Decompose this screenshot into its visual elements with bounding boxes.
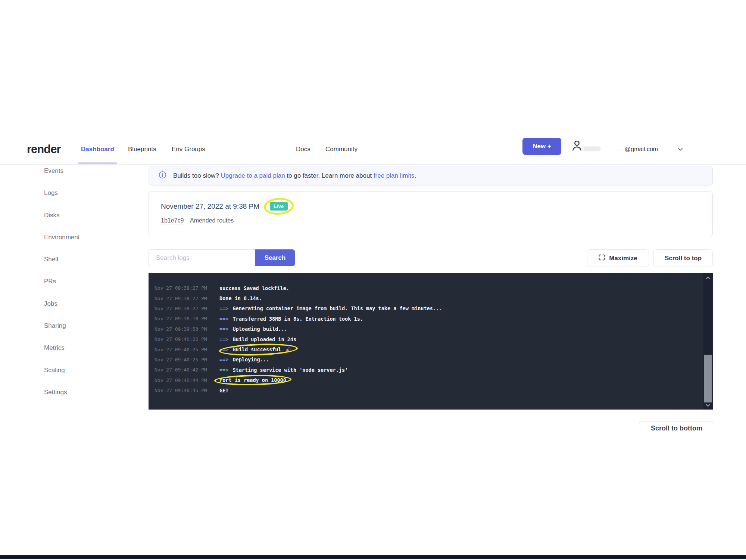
log-message: Uploading build... bbox=[232, 326, 287, 332]
scrollbar-down-icon[interactable] bbox=[703, 402, 713, 408]
scrollbar-thumb[interactable] bbox=[704, 355, 712, 402]
log-row: Nov 27 09:40:25 PM==>Build successful bbox=[154, 344, 698, 354]
terminal-scrollbar[interactable] bbox=[703, 273, 713, 410]
maximize-button[interactable]: Maximize bbox=[587, 249, 649, 267]
log-content: ==>Generating container image from build… bbox=[219, 305, 442, 311]
sidebar-item-metrics[interactable]: Metrics bbox=[44, 344, 79, 366]
upgrade-plan-link[interactable]: Upgrade to a paid plan bbox=[221, 172, 285, 179]
free-plan-limits-link[interactable]: free plan limits bbox=[374, 172, 415, 179]
log-row: Nov 27 09:38:27 PM==>Generating containe… bbox=[154, 304, 698, 314]
log-timestamp: Nov 27 09:38:27 PM bbox=[154, 285, 210, 291]
sidebar-item-jobs[interactable]: Jobs bbox=[44, 300, 79, 322]
log-message: Deploying... bbox=[232, 357, 269, 363]
info-icon bbox=[159, 171, 166, 180]
service-sidebar: EventsLogsDisksEnvironmentShellPRsJobsSh… bbox=[44, 167, 79, 411]
free-plan-banner: Builds too slow? Upgrade to a paid plan … bbox=[149, 166, 713, 186]
new-button[interactable]: New + bbox=[522, 138, 561, 155]
log-row: Nov 27 09:40:42 PM==>Starting service wi… bbox=[154, 365, 698, 375]
nav-item-dashboard[interactable]: Dashboard bbox=[81, 134, 114, 164]
deploy-header-row: November 27, 2022 at 9:38 PM Live bbox=[161, 202, 288, 211]
commit-hash-link[interactable]: 1b1e7c9 bbox=[161, 217, 184, 224]
log-row: Nov 27 09:40:25 PM==>Build uploaded in 2… bbox=[154, 334, 698, 344]
log-row: Nov 27 09:38:18 PM==>Transferred 38MB in… bbox=[154, 314, 698, 324]
log-arrow: ==> bbox=[219, 346, 228, 352]
sidebar-item-scaling[interactable]: Scaling bbox=[44, 367, 79, 389]
sidebar-item-sharing[interactable]: Sharing bbox=[44, 322, 79, 344]
chevron-down-icon[interactable] bbox=[677, 146, 684, 155]
log-arrow: ==> bbox=[219, 367, 228, 373]
log-row: Nov 27 09:38:27 PMDone in 8.14s. bbox=[154, 293, 698, 303]
log-content: Port is ready on 10000 bbox=[219, 377, 286, 383]
log-message: Build successful bbox=[232, 346, 281, 352]
sidebar-item-shell[interactable]: Shell bbox=[44, 256, 79, 278]
sidebar-content-divider bbox=[145, 165, 145, 424]
scroll-to-top-button[interactable]: Scroll to top bbox=[653, 249, 713, 267]
sidebar-item-settings[interactable]: Settings bbox=[44, 389, 79, 411]
log-message: Done in 8.14s. bbox=[219, 295, 262, 301]
deploy-commit-row: 1b1e7c9 Amended routes bbox=[161, 217, 234, 224]
top-navbar: render DashboardBlueprintsEnv GroupsDocs… bbox=[0, 134, 746, 165]
account-email: @gmail.com bbox=[625, 146, 658, 153]
banner-text: Builds too slow? Upgrade to a paid plan … bbox=[173, 172, 416, 180]
log-content: ==>Starting service with 'node server.js… bbox=[219, 367, 348, 373]
bottom-taskbar bbox=[0, 555, 746, 559]
log-row: Nov 27 09:38:27 PMsuccess Saved lockfile… bbox=[154, 283, 698, 293]
log-arrow: ==> bbox=[219, 316, 228, 322]
user-avatar-icon[interactable] bbox=[569, 138, 584, 155]
live-status-badge: Live bbox=[270, 202, 288, 211]
log-content: success Saved lockfile. bbox=[219, 285, 289, 291]
log-timestamp: Nov 27 09:40:44 PM bbox=[154, 377, 210, 383]
log-timestamp: Nov 27 09:38:27 PM bbox=[154, 306, 210, 311]
log-message: Generating container image from build. T… bbox=[232, 305, 442, 311]
log-content: ==>Transferred 38MB in 8s. Extraction to… bbox=[219, 316, 363, 322]
log-timestamp: Nov 27 09:38:18 PM bbox=[154, 316, 210, 321]
nav-divider bbox=[282, 143, 282, 156]
search-button[interactable]: Search bbox=[255, 249, 295, 266]
log-row: Nov 27 09:40:25 PM==>Deploying... bbox=[154, 355, 698, 365]
account-menu[interactable]: · @gmail.com bbox=[619, 134, 658, 164]
log-arrow: ==> bbox=[219, 336, 228, 342]
log-message: Port is ready on 10000 bbox=[219, 377, 286, 383]
log-row: Nov 27 09:40:44 PMPort is ready on 10000 bbox=[154, 375, 698, 385]
log-message: GET bbox=[219, 388, 228, 393]
log-terminal[interactable]: Nov 27 09:38:27 PMsuccess Saved lockfile… bbox=[149, 273, 713, 410]
log-timestamp: Nov 27 09:40:45 PM bbox=[154, 388, 210, 393]
deploy-card: November 27, 2022 at 9:38 PM Live 1b1e7c… bbox=[149, 191, 713, 236]
log-timestamp: Nov 27 09:40:25 PM bbox=[154, 357, 210, 363]
sidebar-item-prs[interactable]: PRs bbox=[44, 278, 79, 300]
scroll-to-bottom-button[interactable]: Scroll to bottom bbox=[639, 421, 714, 435]
log-message: Transferred 38MB in 8s. Extraction took … bbox=[232, 316, 363, 322]
log-timestamp: Nov 27 09:39:53 PM bbox=[154, 326, 210, 332]
sidebar-item-logs[interactable]: Logs bbox=[44, 189, 79, 211]
log-arrow: ==> bbox=[219, 326, 228, 332]
redacted-username-blur bbox=[583, 146, 601, 151]
render-logo[interactable]: render bbox=[27, 134, 60, 164]
log-row: Nov 27 09:39:53 PM==>Uploading build... bbox=[154, 324, 698, 334]
log-message: Starting service with 'node server.js' bbox=[232, 367, 348, 373]
account-prefix: · bbox=[619, 146, 621, 153]
log-content: ==>Build successful bbox=[219, 346, 291, 353]
log-timestamp: Nov 27 09:38:27 PM bbox=[154, 296, 210, 301]
log-content: ==>Build uploaded in 24s bbox=[219, 336, 296, 342]
log-content: ==>Deploying... bbox=[219, 357, 269, 363]
render-dashboard-page: render DashboardBlueprintsEnv GroupsDocs… bbox=[0, 0, 746, 560]
nav-item-blueprints[interactable]: Blueprints bbox=[128, 134, 156, 164]
nav-item-env-groups[interactable]: Env Groups bbox=[172, 134, 205, 164]
commit-message: Amended routes bbox=[190, 217, 234, 224]
log-timestamp: Nov 27 09:40:42 PM bbox=[154, 367, 210, 373]
sidebar-item-events[interactable]: Events bbox=[44, 167, 79, 189]
log-message: success Saved lockfile. bbox=[219, 285, 289, 291]
log-content: Done in 8.14s. bbox=[219, 295, 262, 301]
log-arrow: ==> bbox=[219, 357, 228, 363]
nav-item-docs[interactable]: Docs bbox=[296, 134, 310, 164]
scrollbar-up-icon[interactable] bbox=[703, 274, 713, 281]
sidebar-item-environment[interactable]: Environment bbox=[44, 234, 79, 256]
party-popper-icon bbox=[285, 346, 291, 353]
sidebar-item-disks[interactable]: Disks bbox=[44, 212, 79, 234]
log-content: ==>Uploading build... bbox=[219, 326, 287, 332]
search-logs-input[interactable] bbox=[149, 249, 255, 266]
log-content: GET bbox=[219, 388, 228, 393]
maximize-icon bbox=[599, 254, 605, 262]
log-message: Build uploaded in 24s bbox=[232, 336, 296, 342]
nav-item-community[interactable]: Community bbox=[325, 134, 358, 164]
